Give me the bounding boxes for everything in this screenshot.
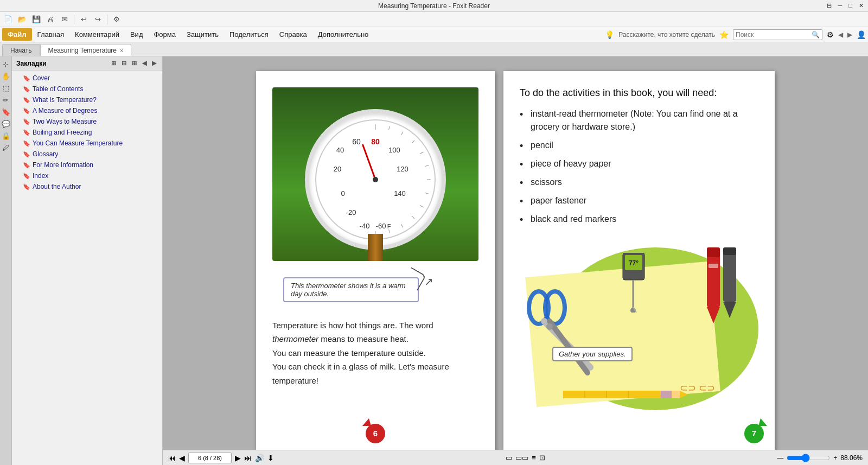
sidebar-icons: ⊹ ✋ ⬚ ✏ 🔖 💬 🔒 🖊 [0, 56, 12, 465]
window-controls[interactable]: ⊟ ─ □ ✕ [827, 2, 864, 9]
menu-comment[interactable]: Комментарий [69, 28, 125, 41]
tab-close-button[interactable]: × [120, 47, 123, 54]
view-single-icon[interactable]: ▭ [506, 454, 512, 462]
bookmarks-controls: ⊞ ⊟ ⊞ ◀ ▶ [110, 59, 158, 67]
zoom-in-icon[interactable]: + [833, 454, 837, 462]
nav-audio-icon[interactable]: 🔊 [255, 454, 264, 462]
sidebar-lock-icon[interactable]: 🔒 [1, 130, 11, 141]
bookmark-more-info[interactable]: 🔖 For More Information [12, 160, 162, 170]
sidebar-stamp-icon[interactable]: 🖊 [1, 142, 11, 153]
redo-icon[interactable]: ↪ [92, 14, 104, 26]
new-icon[interactable]: 📄 [2, 14, 14, 26]
sidebar-bookmark-icon[interactable]: 🔖 [1, 106, 11, 117]
bookmark-author[interactable]: 🔖 About the Author [12, 181, 162, 192]
favorite-icon[interactable]: ⭐ [719, 30, 729, 39]
nav-last-icon[interactable]: ⏭ [244, 454, 252, 462]
sidebar-comment-icon[interactable]: 💬 [1, 118, 11, 129]
save-icon[interactable]: 💾 [30, 14, 42, 26]
page-input[interactable] [188, 453, 232, 463]
bookmark-index[interactable]: 🔖 Index [12, 170, 162, 181]
view-fit-icon[interactable]: ⊡ [539, 454, 545, 462]
window-title: Measuring Temperature - Foxit Reader [378, 2, 490, 10]
menu-right-area: 💡 Расскажите, что хотите сделать ⭐ 🔍 ⚙ ◀… [605, 29, 866, 40]
view-controls: ▭ ▭▭ ≡ ⊡ [506, 454, 545, 462]
nav-first-icon[interactable]: ⏮ [168, 454, 176, 462]
nav-next-icon[interactable]: ▶ [235, 454, 241, 462]
page-badge-ear-left [362, 418, 371, 426]
content-area[interactable]: 80 100 120 140 60 40 20 0 -20 -40 -60 [163, 56, 868, 465]
list-item-0: instant-read thermometer (Note: You can … [520, 107, 758, 133]
bookmark-glossary[interactable]: 🔖 Glossary [12, 149, 162, 160]
menu-share[interactable]: Поделиться [224, 28, 274, 41]
zoom-out-icon[interactable]: — [777, 454, 783, 462]
undo-icon[interactable]: ↩ [78, 14, 90, 26]
bookmark-label: About the Author [33, 183, 81, 190]
bookmarks-arrow-right-icon[interactable]: ▶ [150, 59, 158, 67]
svg-rect-51 [723, 250, 736, 302]
menu-bar: Файл Главная Комментарий Вид Форма Защит… [0, 27, 868, 42]
scissors [525, 289, 596, 378]
bookmark-label: Index [33, 172, 48, 180]
tab-home[interactable]: Начать [2, 44, 40, 56]
bookmark-you-can[interactable]: 🔖 You Can Measure Temperature [12, 138, 162, 149]
nav-prev-icon[interactable]: ◀ [179, 454, 185, 462]
email-icon[interactable]: ✉ [59, 14, 71, 26]
menu-help[interactable]: Справка [274, 28, 312, 41]
paragraph-2: You can measure the temperature outside. [272, 346, 478, 360]
gear-menu-icon[interactable]: ⚙ [827, 30, 834, 39]
nav-download-icon[interactable]: ⬇ [267, 454, 274, 462]
nav-controls: ⏮ ◀ ▶ ⏭ 🔊 ⬇ [168, 453, 274, 463]
search-box[interactable]: 🔍 [733, 29, 822, 40]
view-scroll-icon[interactable]: ≡ [532, 454, 536, 462]
menu-protect[interactable]: Защитить [181, 28, 224, 41]
tab-document[interactable]: Measuring Temperature × [40, 44, 132, 56]
bookmarks-arrow-left-icon[interactable]: ◀ [141, 59, 148, 67]
bookmarks-collapse-icon[interactable]: ⊟ [120, 59, 128, 67]
bookmark-icon: 🔖 [23, 97, 30, 104]
svg-rect-40 [661, 391, 672, 398]
menu-view[interactable]: Вид [125, 28, 149, 41]
menu-home[interactable]: Главная [32, 28, 69, 41]
nav-back-icon[interactable]: ◀ [838, 31, 843, 39]
close-window-icon[interactable]: ✕ [859, 2, 864, 9]
menu-extra[interactable]: Дополнительно [312, 28, 374, 41]
bookmark-two-ways[interactable]: 🔖 Two Ways to Measure [12, 116, 162, 127]
bookmark-measure-degrees[interactable]: 🔖 A Measure of Degrees [12, 105, 162, 116]
page-badge-ear-right [758, 418, 767, 426]
bookmark-toc[interactable]: 🔖 Table of Contents [12, 84, 162, 94]
bookmark-cover[interactable]: 🔖 Cover [12, 73, 162, 84]
user-icon[interactable]: 👤 [857, 30, 866, 39]
search-input[interactable] [736, 31, 812, 39]
markers-svg [704, 247, 748, 334]
view-double-icon[interactable]: ▭▭ [515, 454, 528, 462]
restore-icon[interactable]: ⊟ [827, 2, 832, 9]
bookmark-label: A Measure of Degrees [33, 107, 97, 114]
scissors-svg-graphic [525, 289, 596, 375]
svg-text:120: 120 [397, 165, 409, 173]
sidebar-annotation-icon[interactable]: ✏ [1, 94, 11, 105]
bookmark-icon: 🔖 [23, 75, 30, 82]
print-icon[interactable]: 🖨 [44, 14, 56, 26]
nav-fwd-icon[interactable]: ▶ [847, 31, 852, 39]
bookmarks-options-icon[interactable]: ⊞ [130, 59, 138, 67]
thermometer-face-svg: 80 100 120 140 60 40 20 0 -20 -40 -60 [310, 114, 441, 245]
search-icon[interactable]: 🔍 [812, 31, 820, 39]
supplies-illustration: 77° [520, 237, 758, 410]
tell-me-text[interactable]: Расскажите, что хотите сделать [618, 31, 715, 39]
sidebar-hand-icon[interactable]: ✋ [1, 71, 11, 81]
menu-file[interactable]: Файл [2, 28, 32, 41]
zoom-slider[interactable] [787, 454, 830, 462]
bookmark-icon: 🔖 [23, 118, 30, 125]
sidebar-select-icon[interactable]: ⬚ [1, 82, 11, 93]
bookmark-boiling[interactable]: 🔖 Boiling and Freezing [12, 127, 162, 138]
maximize-icon[interactable]: □ [848, 2, 852, 9]
menu-form[interactable]: Форма [148, 28, 181, 41]
bookmark-what-is[interactable]: 🔖 What Is Temperature? [12, 94, 162, 105]
minimize-icon[interactable]: ─ [838, 2, 843, 9]
svg-text:140: 140 [394, 189, 406, 198]
bookmarks-expand-icon[interactable]: ⊞ [110, 59, 118, 67]
svg-text:100: 100 [388, 146, 400, 154]
open-icon[interactable]: 📂 [16, 14, 28, 26]
sidebar-cursor-icon[interactable]: ⊹ [1, 59, 11, 69]
settings-icon[interactable]: ⚙ [111, 14, 123, 26]
